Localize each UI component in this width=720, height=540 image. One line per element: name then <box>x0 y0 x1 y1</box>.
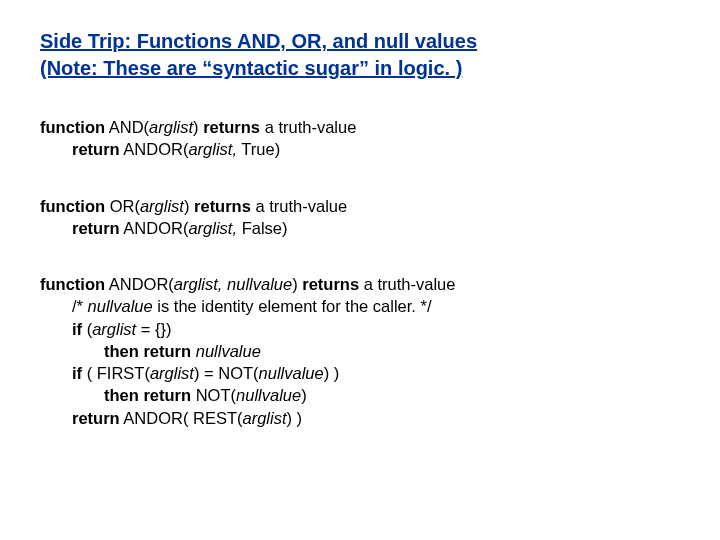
text: ) <box>193 118 203 136</box>
text: ( <box>82 320 92 338</box>
text: = {}) <box>136 320 171 338</box>
keyword-then: then <box>104 342 139 360</box>
text: ) = NOT( <box>194 364 259 382</box>
text: ANDOR( <box>120 140 189 158</box>
function-and-block: function AND(arglist) returns a truth-va… <box>40 116 680 161</box>
and-return-line: return ANDOR(arglist, True) <box>72 138 680 160</box>
title-line-2: (Note: These are “syntactic sugar” in lo… <box>40 57 462 79</box>
keyword-if: if <box>72 364 82 382</box>
function-andor-block: function ANDOR(arglist, nullvalue) retur… <box>40 273 680 429</box>
slide-title: Side Trip: Functions AND, OR, and null v… <box>40 28 680 82</box>
keyword-return: return <box>72 140 120 158</box>
keyword-function: function <box>40 197 105 215</box>
text: ANDOR( <box>105 275 174 293</box>
keyword-function: function <box>40 118 105 136</box>
arg-nullvalue: nullvalue <box>88 297 153 315</box>
arg-nullvalue: nullvalue <box>259 364 324 382</box>
text: a truth-value <box>260 118 356 136</box>
text: a truth-value <box>251 197 347 215</box>
keyword-return: return <box>143 342 191 360</box>
text: True) <box>237 140 280 158</box>
text: NOT( <box>191 386 236 404</box>
andor-return-rest: return ANDOR( REST(arglist) ) <box>72 407 680 429</box>
andor-then-nullvalue: then return nullvalue <box>104 340 680 362</box>
or-return-line: return ANDOR(arglist, False) <box>72 217 680 239</box>
text: ANDOR( <box>120 219 189 237</box>
andor-comment: /* nullvalue is the identity element for… <box>72 295 680 317</box>
text: ) ) <box>287 409 303 427</box>
function-or-block: function OR(arglist) returns a truth-val… <box>40 195 680 240</box>
text: AND( <box>105 118 149 136</box>
keyword-returns: returns <box>302 275 359 293</box>
arg-arglist: arglist <box>92 320 136 338</box>
arg-arglist: arglist <box>150 364 194 382</box>
arg-arglist: arglist <box>140 197 184 215</box>
keyword-returns: returns <box>203 118 260 136</box>
arg-arglist: arglist, <box>188 140 237 158</box>
arg-arglist: arglist <box>243 409 287 427</box>
andor-if-first: if ( FIRST(arglist) = NOT(nullvalue) ) <box>72 362 680 384</box>
andor-then-not: then return NOT(nullvalue) <box>104 384 680 406</box>
slide: Side Trip: Functions AND, OR, and null v… <box>0 0 720 449</box>
arg-arglist: arglist, <box>188 219 237 237</box>
text: is the identity element for the caller. … <box>153 297 432 315</box>
text: ( FIRST( <box>82 364 150 382</box>
arg-nullvalue: nullvalue <box>236 386 301 404</box>
text: ANDOR( REST( <box>120 409 243 427</box>
keyword-return: return <box>143 386 191 404</box>
text: ) <box>184 197 194 215</box>
arg-nullvalue: nullvalue <box>196 342 261 360</box>
text: False) <box>237 219 287 237</box>
text: OR( <box>105 197 140 215</box>
or-signature: function OR(arglist) returns a truth-val… <box>40 195 680 217</box>
text: a truth-value <box>359 275 455 293</box>
keyword-function: function <box>40 275 105 293</box>
keyword-returns: returns <box>194 197 251 215</box>
title-line-1: Side Trip: Functions AND, OR, and null v… <box>40 30 477 52</box>
keyword-return: return <box>72 219 120 237</box>
text: /* <box>72 297 88 315</box>
andor-signature: function ANDOR(arglist, nullvalue) retur… <box>40 273 680 295</box>
keyword-if: if <box>72 320 82 338</box>
andor-if-empty: if (arglist = {}) <box>72 318 680 340</box>
keyword-then: then <box>104 386 139 404</box>
text: ) ) <box>324 364 340 382</box>
arg-list: arglist, nullvalue <box>174 275 292 293</box>
arg-arglist: arglist <box>149 118 193 136</box>
keyword-return: return <box>72 409 120 427</box>
text: ) <box>292 275 302 293</box>
and-signature: function AND(arglist) returns a truth-va… <box>40 116 680 138</box>
text: ) <box>301 386 307 404</box>
